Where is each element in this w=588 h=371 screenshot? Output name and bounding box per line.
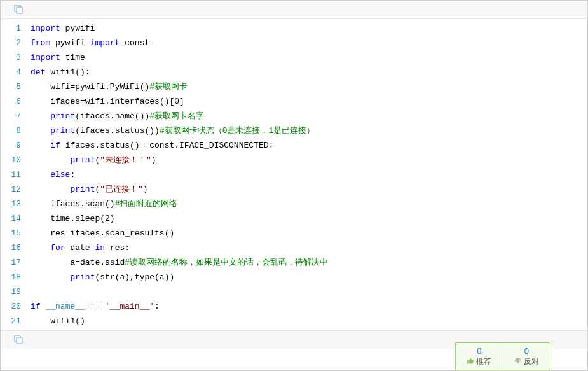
- downvote-button[interactable]: 0 反对: [503, 343, 550, 370]
- line-number: 11: [1, 167, 21, 182]
- line-number: 4: [1, 65, 21, 80]
- copy-icon[interactable]: [13, 335, 24, 344]
- line-number: 5: [1, 80, 21, 94]
- line-number: 13: [1, 197, 21, 211]
- code-line: [31, 284, 587, 299]
- code-line: res=ifaces.scan_results(): [31, 226, 587, 241]
- code-line: print("已连接！"): [31, 182, 587, 197]
- code-line: print("未连接！！"): [31, 153, 587, 167]
- line-number: 7: [1, 109, 21, 123]
- upvote-label: 推荐: [476, 356, 491, 367]
- code-line: def wifi1():: [31, 65, 587, 80]
- code-area: 123456789101112131415161718192021 import…: [1, 19, 587, 330]
- line-number: 12: [1, 182, 21, 197]
- line-number: 19: [1, 284, 21, 299]
- code-line: time.sleep(2): [31, 211, 587, 226]
- code-line: print(ifaces.status())#获取网卡状态（0是未连接，1是已连…: [31, 123, 587, 138]
- line-number: 10: [1, 153, 21, 167]
- line-number-gutter: 123456789101112131415161718192021: [1, 19, 25, 330]
- line-number: 6: [1, 94, 21, 109]
- code-line: wifi1(): [31, 314, 587, 328]
- top-toolbar: [1, 1, 587, 19]
- vote-box: 0 推荐 0 反对: [455, 342, 550, 370]
- code-line: print(ifaces.name())#获取网卡名字: [31, 109, 587, 123]
- code-line: if __name__ == '__main__':: [31, 299, 587, 314]
- line-number: 16: [1, 241, 21, 255]
- code-line: else:: [31, 167, 587, 182]
- code-line: for date in res:: [31, 241, 587, 255]
- code-line: ifaces.scan()#扫面附近的网络: [31, 197, 587, 211]
- code-content: import pywififrom pywifi import constimp…: [25, 19, 587, 330]
- line-number: 14: [1, 211, 21, 226]
- line-number: 15: [1, 226, 21, 241]
- downvote-label: 反对: [524, 356, 539, 367]
- copy-icon[interactable]: [13, 5, 24, 14]
- line-number: 9: [1, 138, 21, 153]
- line-number: 2: [1, 36, 21, 50]
- code-line: ifaces=wifi.interfaces()[0]: [31, 94, 587, 109]
- svg-rect-3: [17, 337, 22, 344]
- thumb-up-icon: [467, 357, 474, 367]
- line-number: 21: [1, 314, 21, 328]
- code-snippet-container: 123456789101112131415161718192021 import…: [0, 0, 588, 371]
- code-line: wifi=pywifi.PyWiFi()#获取网卡: [31, 80, 587, 94]
- code-line: import time: [31, 50, 587, 65]
- code-line: if ifaces.status()==const.IFACE_DISCONNE…: [31, 138, 587, 153]
- code-line: a=date.ssid#读取网络的名称，如果是中文的话，会乱码，待解决中: [31, 255, 587, 270]
- upvote-button[interactable]: 0 推荐: [456, 343, 503, 370]
- line-number: 18: [1, 270, 21, 284]
- line-number: 3: [1, 50, 21, 65]
- code-line: from pywifi import const: [31, 36, 587, 50]
- upvote-count: 0: [477, 346, 481, 356]
- code-line: import pywifi: [31, 21, 587, 36]
- line-number: 20: [1, 299, 21, 314]
- downvote-count: 0: [524, 346, 529, 356]
- code-line: print(str(a),type(a)): [31, 270, 587, 284]
- thumb-down-icon: [514, 357, 522, 367]
- line-number: 8: [1, 123, 21, 138]
- line-number: 1: [1, 21, 21, 36]
- svg-rect-1: [17, 7, 22, 13]
- line-number: 17: [1, 255, 21, 270]
